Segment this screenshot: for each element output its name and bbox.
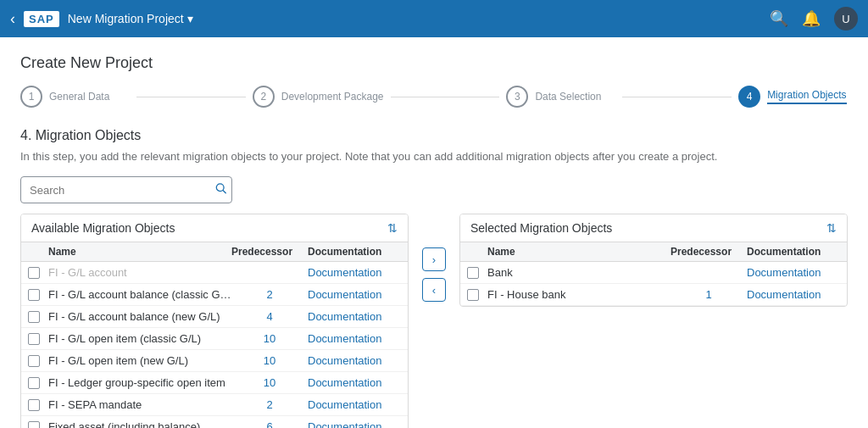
step-4-label: Migration Objects: [767, 89, 846, 104]
row-checkbox-cell: [467, 289, 487, 301]
sap-logo: SAP: [24, 11, 59, 27]
col-predecessor-header: Predecessor: [231, 246, 308, 258]
row-checkbox-cell: [28, 333, 48, 345]
row-name: FI - G/L account: [48, 266, 231, 279]
stepper: 1 General Data 2 Development Package 3 D…: [20, 86, 848, 108]
available-panel: Available Migration Objects ⇅ Name Prede…: [20, 214, 409, 428]
documentation-link[interactable]: Documentation: [308, 310, 401, 323]
row-checkbox-cell: [28, 377, 48, 389]
available-sort-icon[interactable]: ⇅: [387, 221, 398, 235]
available-table-row: FI - G/L account balance (classic G/L) 2…: [21, 284, 408, 306]
step-2-circle: 2: [253, 86, 275, 108]
avatar[interactable]: U: [834, 7, 858, 31]
panels-container: Available Migration Objects ⇅ Name Prede…: [20, 214, 848, 428]
project-title-text: New Migration Project: [68, 12, 184, 25]
row-name: FI - G/L account balance (classic G/L): [48, 288, 231, 301]
svg-line-1: [223, 191, 225, 193]
step-2-label: Development Package: [281, 91, 384, 103]
step-line-1: [136, 97, 246, 97]
selected-sort-icon[interactable]: ⇅: [826, 221, 837, 235]
row-checkbox[interactable]: [28, 377, 40, 389]
row-name: FI - SEPA mandate: [48, 398, 231, 411]
transfer-buttons: › ‹: [419, 214, 449, 302]
search-icon: [215, 183, 227, 195]
row-checkbox[interactable]: [28, 267, 40, 279]
row-name: FI - G/L account balance (new G/L): [48, 310, 231, 323]
search-icon-button[interactable]: [215, 183, 227, 197]
row-name: FI - Ledger group-specific open item: [48, 376, 231, 389]
documentation-link[interactable]: Documentation: [308, 398, 401, 411]
predecessor-value: 10: [231, 376, 308, 389]
predecessor-value: 10: [231, 354, 308, 367]
row-checkbox-cell: [28, 311, 48, 323]
col-checkbox-header: [28, 246, 48, 258]
available-table-body: FI - G/L account Documentation FI - G/L …: [21, 262, 408, 428]
documentation-link[interactable]: Documentation: [308, 354, 401, 367]
row-checkbox-cell: [28, 399, 48, 411]
available-table-row: FI - G/L account Documentation: [21, 262, 408, 284]
row-checkbox[interactable]: [28, 399, 40, 411]
documentation-link[interactable]: Documentation: [747, 266, 840, 279]
selected-panel-header: Selected Migration Objects ⇅: [460, 214, 847, 242]
step-3-circle: 3: [506, 86, 528, 108]
predecessor-value: 2: [231, 288, 308, 301]
row-checkbox[interactable]: [28, 311, 40, 323]
row-checkbox-cell: [28, 421, 48, 429]
documentation-link[interactable]: Documentation: [308, 288, 401, 301]
row-name: FI - G/L open item (new G/L): [48, 354, 231, 367]
step-4-circle: 4: [738, 86, 760, 108]
search-input[interactable]: [20, 176, 232, 203]
predecessor-value: 6: [231, 420, 308, 428]
step-3: 3 Data Selection: [506, 86, 615, 108]
row-checkbox[interactable]: [28, 333, 40, 345]
sel-col-predecessor-header: Predecessor: [670, 246, 747, 258]
documentation-link[interactable]: Documentation: [308, 420, 401, 428]
step-line-2: [391, 97, 500, 97]
bell-icon-button[interactable]: 🔔: [802, 9, 821, 28]
page-title: Create New Project: [20, 54, 848, 72]
sel-col-checkbox-header: [467, 246, 487, 258]
row-checkbox[interactable]: [28, 421, 40, 429]
available-table-row: FI - Ledger group-specific open item 10 …: [21, 372, 408, 394]
step-1-circle: 1: [20, 86, 42, 108]
sel-col-documentation-header: Documentation: [747, 246, 840, 258]
row-checkbox[interactable]: [467, 289, 479, 301]
top-navigation: ‹ SAP New Migration Project ▾ 🔍 🔔 U: [0, 0, 868, 37]
col-documentation-header: Documentation: [308, 246, 401, 258]
documentation-link[interactable]: Documentation: [308, 376, 401, 389]
step-1: 1 General Data: [20, 86, 130, 108]
row-checkbox[interactable]: [467, 267, 479, 279]
search-nav-button[interactable]: 🔍: [770, 9, 788, 28]
row-checkbox[interactable]: [28, 289, 40, 301]
sel-col-name-header: Name: [487, 246, 670, 258]
chevron-left-icon: ‹: [432, 284, 436, 297]
row-checkbox[interactable]: [28, 355, 40, 367]
back-button[interactable]: ‹: [10, 10, 15, 28]
remove-from-selected-button[interactable]: ‹: [422, 278, 446, 302]
available-table-row: FI - G/L account balance (new G/L) 4 Doc…: [21, 306, 408, 328]
col-name-header: Name: [48, 246, 231, 258]
available-table-row: FI - SEPA mandate 2 Documentation: [21, 394, 408, 416]
row-checkbox-cell: [467, 267, 487, 279]
add-to-selected-button[interactable]: ›: [422, 247, 446, 271]
available-panel-title: Available Migration Objects: [31, 221, 175, 235]
documentation-link[interactable]: Documentation: [308, 266, 401, 279]
row-name: Fixed asset (including balance): [48, 420, 231, 428]
project-title-nav[interactable]: New Migration Project ▾: [68, 12, 193, 25]
row-checkbox-cell: [28, 289, 48, 301]
selected-columns: Name Predecessor Documentation: [460, 242, 847, 262]
nav-icons: 🔍 🔔 U: [770, 7, 858, 31]
step-1-label: General Data: [49, 91, 109, 103]
available-panel-header: Available Migration Objects ⇅: [21, 214, 408, 242]
available-table-row: FI - G/L open item (classic G/L) 10 Docu…: [21, 328, 408, 350]
section-title: 4. Migration Objects: [20, 128, 848, 143]
predecessor-value: 2: [231, 398, 308, 411]
selected-table-body: Bank Documentation FI - House bank 1 Doc…: [460, 262, 847, 306]
row-name: FI - G/L open item (classic G/L): [48, 332, 231, 345]
row-name: Bank: [487, 266, 670, 279]
row-checkbox-cell: [28, 355, 48, 367]
documentation-link[interactable]: Documentation: [747, 288, 840, 301]
documentation-link[interactable]: Documentation: [308, 332, 401, 345]
row-name: FI - House bank: [487, 288, 670, 301]
row-checkbox-cell: [28, 267, 48, 279]
